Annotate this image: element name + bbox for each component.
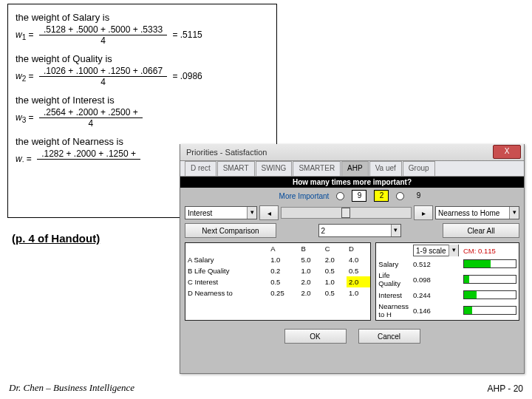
scale-dropdown[interactable]: 1-9 scale▾ <box>413 245 459 256</box>
dialog-buttons: OK Cancel <box>180 324 524 349</box>
table-row: B Life Quality0.21.00.50.5 <box>185 265 370 276</box>
priorities-panel: 1-9 scale▾CM: 0.115 Salary0.512 Life Qua… <box>375 242 519 321</box>
method-tabs: D rect SMART SWING SMARTER AHP Va uef Gr… <box>180 161 524 177</box>
table-row: Salary0.512 <box>376 258 519 270</box>
more-important-label: More Important <box>279 192 330 200</box>
chevron-down-icon: ▾ <box>449 245 458 256</box>
slider-right-button[interactable]: ▸ <box>414 205 433 220</box>
tab-smarter[interactable]: SMARTER <box>293 161 341 176</box>
chevron-down-icon: ▾ <box>509 207 519 219</box>
consistency-measure: CM: 0.115 <box>461 243 519 258</box>
right-criterion-dropdown[interactable]: Nearness to Home▾ <box>435 206 519 219</box>
weight-eq-quality: w2 = .1026 + .1000 + .1250 + .06674 = .0… <box>16 66 269 87</box>
weight-eq-salary: w1 = .5128 + .5000 + .5000 + .53334 = .5… <box>16 24 269 46</box>
weight-eq-interest: w3 = .2564 + .2000 + .2500 +4 <box>16 107 269 129</box>
weight-label-quality: the weight of Quality is <box>16 53 269 64</box>
tab-ahp[interactable]: AHP <box>341 161 369 176</box>
close-button[interactable]: X <box>493 145 521 159</box>
slider-row: Interest▾ ◂ ▸ Nearness to Home▾ <box>180 204 524 222</box>
weight-label-interest: the weight of Interest is <box>16 95 269 106</box>
radio-right[interactable] <box>396 192 404 200</box>
tab-smart[interactable]: SMART <box>217 161 255 176</box>
table-row: Interest0.244 <box>376 289 519 301</box>
cancel-button[interactable]: Cancel <box>358 329 420 344</box>
weight-label-salary: the weight of Salary is <box>16 12 269 23</box>
importance-row: More Important 9 2 9 <box>180 188 524 204</box>
matrix-table: ABCD A Salary1.05.02.04.0 B Life Quality… <box>185 243 370 299</box>
table-row: A Salary1.05.02.04.0 <box>185 254 370 265</box>
priorities-table: 1-9 scale▾CM: 0.115 Salary0.512 Life Qua… <box>376 243 519 320</box>
chevron-down-icon: ▾ <box>391 225 400 236</box>
tab-direct[interactable]: D rect <box>185 161 216 176</box>
tab-group[interactable]: Group <box>403 161 435 176</box>
panels: ABCD A Salary1.05.02.04.0 B Life Quality… <box>180 239 524 324</box>
table-row: D Nearness to0.252.00.51.0 <box>185 287 370 299</box>
importance-slider[interactable] <box>281 207 412 219</box>
handout-ref: (p. 4 of Handout) <box>12 232 100 245</box>
radio-left[interactable] <box>336 192 344 200</box>
footer-author: Dr. Chen – Business Intelligence <box>9 382 134 394</box>
tab-valuef[interactable]: Va uef <box>369 161 402 176</box>
slider-left-button[interactable]: ◂ <box>259 205 279 220</box>
slider-thumb[interactable] <box>341 208 350 218</box>
tab-swing[interactable]: SWING <box>256 161 293 176</box>
ok-button[interactable]: OK <box>284 329 347 344</box>
chevron-down-icon: ▾ <box>247 207 256 219</box>
left-criterion-dropdown[interactable]: Interest▾ <box>185 206 257 219</box>
scale-left-9: 9 <box>352 190 366 202</box>
footer-page: AHP - 20 <box>488 383 523 394</box>
clear-all-button[interactable]: Clear All <box>443 223 519 238</box>
scale-right-9: 9 <box>412 191 425 201</box>
table-row: Nearness to H0.146 <box>376 301 519 320</box>
dialog-titlebar[interactable]: Priorities - Satisfaction X <box>180 144 524 161</box>
next-comparison-button[interactable]: Next Comparison <box>185 223 276 238</box>
comparison-value-dropdown[interactable]: 2▾ <box>318 224 401 237</box>
question-bar: How many times more important? <box>180 177 524 188</box>
table-row: C Interest0.52.01.02.0 <box>185 276 370 287</box>
priorities-dialog: Priorities - Satisfaction X D rect SMART… <box>180 144 525 374</box>
table-row: Life Quality0.098 <box>376 270 519 289</box>
matrix-panel: ABCD A Salary1.05.02.04.0 B Life Quality… <box>185 242 371 321</box>
dialog-title: Priorities - Satisfaction <box>186 148 267 157</box>
next-row: Next Comparison 2▾ Clear All <box>180 222 524 239</box>
scale-value: 2 <box>374 190 389 202</box>
